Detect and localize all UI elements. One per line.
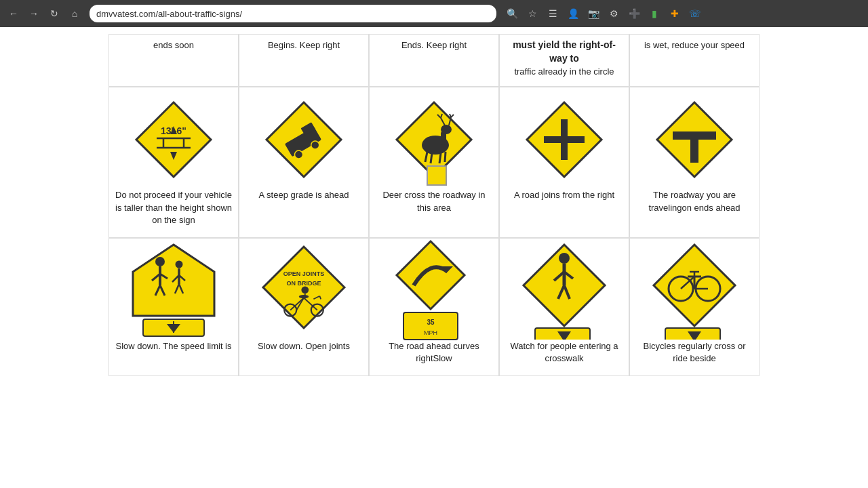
bicycle-sign-svg (650, 241, 738, 340)
sign-image-road-joins-right (520, 96, 608, 184)
school-crosswalk-sign-svg (130, 241, 218, 340)
svg-marker-66 (397, 241, 465, 309)
sign-card-pedestrian-text: Watch for people entering a crosswalk (505, 340, 623, 365)
svg-point-64 (301, 286, 309, 293)
forward-button[interactable]: → (26, 5, 42, 22)
sign-card-curve-speed: 35 MPH The road ahead curves rightSlow (369, 238, 499, 376)
toolbar-icons: 🔍 ☆ ☰ 👤 📷 ⚙ ➕ ▮ ✚ ☏ (503, 5, 704, 22)
sign-image-open-joints: OPEN JOINTS ON BRIDGE (260, 247, 348, 335)
add-icon[interactable]: ➕ (625, 5, 643, 22)
back-button[interactable]: ← (5, 5, 22, 22)
extension-x-icon[interactable]: ✚ (666, 5, 684, 22)
svg-marker-0 (136, 102, 211, 177)
svg-rect-36 (690, 137, 698, 163)
sign-card-road-joins-right-text: A road joins from the right (514, 189, 614, 201)
steep-grade-sign-svg (263, 99, 344, 180)
height-limit-sign-svg: 13'-6" (133, 99, 214, 180)
browser-chrome: ← → ↻ ⌂ dmvvatest.com/all-about-traffic-… (0, 0, 868, 27)
sign-card-school-crosswalk-text: Slow down. The speed limit is (115, 340, 231, 352)
sign-image-height-limit: 13'-6" (130, 96, 218, 184)
open-joints-sign-svg: OPEN JOINTS ON BRIDGE (260, 243, 348, 338)
curve-speed-sign-svg: 35 MPH (393, 238, 475, 343)
sign-image-school-crosswalk (130, 247, 218, 335)
row2: Slow down. The speed limit is OPEN JOINT… (108, 238, 760, 376)
sign-card-open-joints: OPEN JOINTS ON BRIDGE (239, 238, 369, 376)
sign-card-height-limit: 13'-6" Do not proceed if your vehicle is… (108, 87, 239, 238)
url-text: dmvvatest.com/all-about-traffic-signs/ (96, 9, 242, 19)
sign-card-steep-grade-text: A steep grade is ahead (259, 189, 349, 201)
road-joins-sign-svg (524, 99, 605, 180)
svg-line-25 (439, 153, 441, 163)
sign-image-bicycle (650, 247, 738, 335)
top-card-1: ends soon (108, 34, 239, 87)
camera-icon[interactable]: 📷 (585, 5, 602, 22)
top-card-5-text: is wet, reduce your speed (644, 40, 745, 50)
cursor-indicator (427, 165, 447, 186)
row1: 13'-6" Do not proceed if your vehicle is… (108, 87, 760, 238)
sign-image-pedestrian (520, 247, 608, 335)
star-icon[interactable]: ☆ (524, 5, 541, 22)
skype-icon[interactable]: ☏ (686, 5, 704, 22)
sign-image-steep-grade (260, 96, 348, 184)
top-card-4-text: must yield the right-of-way to (513, 39, 616, 64)
svg-line-26 (445, 152, 446, 162)
sign-card-deer-crossing: Deer cross the roadway in this area (369, 87, 499, 238)
sign-card-bicycle: Bicycles regularly cross or ride beside (629, 238, 760, 376)
top-card-3: Ends. Keep right (369, 34, 499, 87)
svg-point-72 (559, 253, 570, 264)
top-partial-row: ends soon Begins. Keep right Ends. Keep … (108, 34, 760, 87)
sign-card-school-crosswalk: Slow down. The speed limit is (108, 238, 239, 376)
sign-card-t-intersection-text: The roadway you are travelingon ends ahe… (635, 189, 753, 214)
sign-card-deer-crossing-text: Deer cross the roadway in this area (375, 189, 493, 214)
svg-point-44 (176, 261, 183, 268)
sign-card-steep-grade: A steep grade is ahead (239, 87, 369, 238)
svg-line-24 (431, 153, 432, 163)
svg-point-38 (155, 257, 165, 266)
top-card-4: must yield the right-of-way to traffic a… (499, 34, 629, 87)
top-card-3-text: Ends. Keep right (401, 40, 467, 50)
svg-text:35: 35 (427, 319, 435, 326)
sign-image-curve-speed: 35 MPH (390, 247, 478, 335)
top-card-2: Begins. Keep right (239, 34, 369, 87)
refresh-button[interactable]: ↻ (46, 5, 62, 22)
sign-card-pedestrian: Watch for people entering a crosswalk (499, 238, 629, 376)
t-intersection-sign-svg (654, 99, 735, 180)
pedestrian-sign-svg (520, 241, 608, 340)
sign-card-bicycle-text: Bicycles regularly cross or ride beside (635, 340, 753, 365)
profile-icon[interactable]: 👤 (564, 5, 582, 22)
svg-rect-33 (544, 136, 585, 143)
svg-point-61 (299, 295, 309, 298)
menu-icon[interactable]: ☰ (544, 5, 561, 22)
svg-text:ON BRIDGE: ON BRIDGE (286, 280, 321, 287)
home-button[interactable]: ⌂ (66, 5, 83, 22)
address-bar[interactable]: dmvvatest.com/all-about-traffic-signs/ (90, 5, 496, 22)
svg-text:MPH: MPH (424, 329, 437, 336)
sign-card-curve-speed-text: The road ahead curves rightSlow (375, 340, 493, 365)
top-card-2-text: Begins. Keep right (268, 40, 340, 50)
page-content: ends soon Begins. Keep right Ends. Keep … (0, 27, 868, 488)
sign-image-t-intersection (650, 96, 738, 184)
svg-point-16 (441, 125, 452, 134)
sign-card-height-limit-text: Do not proceed if your vehicle is taller… (115, 189, 233, 226)
sign-card-road-joins-right: A road joins from the right (499, 87, 629, 238)
top-card-1-text: ends soon (153, 40, 194, 50)
search-icon[interactable]: 🔍 (503, 5, 521, 22)
settings-icon[interactable]: ⚙ (605, 5, 623, 22)
svg-text:OPEN JOINTS: OPEN JOINTS (283, 270, 325, 277)
svg-line-22 (451, 115, 454, 117)
extension-f-icon[interactable]: ▮ (646, 5, 663, 22)
sign-card-t-intersection: The roadway you are travelingon ends ahe… (629, 87, 760, 238)
top-card-4-text2: traffic already in the circle (514, 66, 614, 77)
sign-card-open-joints-text: Slow down. Open joints (258, 340, 350, 352)
top-card-5: is wet, reduce your speed (629, 34, 760, 87)
